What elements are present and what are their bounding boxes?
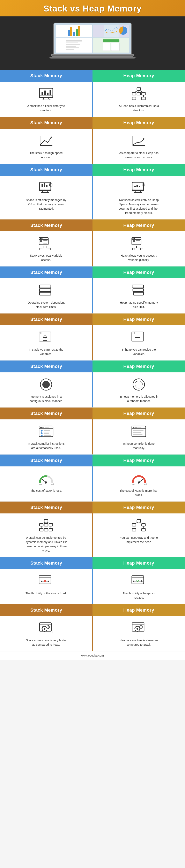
svg-rect-73 bbox=[43, 240, 48, 241]
section-10-header: Stack Memory Heap Memory bbox=[0, 501, 185, 514]
svg-rect-99 bbox=[39, 332, 51, 341]
section-3-content: Space is efficiently managed by OS so th… bbox=[0, 176, 185, 219]
heap-label-11: Heap Memory bbox=[92, 557, 185, 569]
section-6-content: In stack we can't resize the variables. … bbox=[0, 326, 185, 361]
section-12-stack-text: Stack access time is very faster as comp… bbox=[26, 638, 67, 647]
svg-rect-125 bbox=[44, 433, 49, 434]
svg-rect-78 bbox=[48, 248, 50, 250]
svg-rect-60 bbox=[136, 185, 138, 187]
svg-line-41 bbox=[47, 190, 48, 192]
svg-rect-149 bbox=[39, 528, 43, 531]
section-10-heap-text: You can use Array and tree to implement … bbox=[118, 536, 159, 544]
section-1-stack-text: A stack has a linear data type structure… bbox=[26, 104, 67, 113]
circle-outline-icon bbox=[131, 377, 147, 392]
svg-rect-55 bbox=[132, 189, 143, 190]
svg-point-47 bbox=[50, 184, 51, 186]
svg-rect-75 bbox=[43, 243, 47, 244]
svg-rect-11 bbox=[111, 43, 120, 51]
section-8-stack-cell: In stack compiler instructions are autom… bbox=[0, 420, 93, 455]
section-5-heap-text: Heap has no specific memory size limit. bbox=[118, 301, 159, 309]
section-12-stack-cell: Stack access time is very faster as comp… bbox=[0, 616, 93, 651]
svg-line-164 bbox=[139, 522, 143, 524]
svg-point-70 bbox=[40, 238, 41, 239]
svg-rect-120 bbox=[45, 427, 49, 428]
svg-line-207 bbox=[135, 626, 136, 627]
heap-label-10: Heap Memory bbox=[92, 501, 185, 514]
svg-point-210 bbox=[140, 626, 142, 627]
svg-rect-118 bbox=[40, 427, 42, 428]
stack-label-10: Stack Memory bbox=[0, 501, 92, 514]
svg-rect-134 bbox=[133, 434, 142, 435]
section-7-heap-text: In heap memory is allocated in a random … bbox=[118, 395, 159, 403]
svg-point-108 bbox=[134, 332, 135, 333]
page-header: Stack vs Heap Memory bbox=[0, 0, 185, 17]
svg-point-122 bbox=[41, 432, 43, 434]
heap-label-6: Heap Memory bbox=[92, 313, 185, 326]
gear-fast-icon bbox=[38, 621, 54, 636]
svg-line-29 bbox=[139, 90, 143, 92]
svg-rect-20 bbox=[50, 90, 51, 95]
svg-rect-132 bbox=[133, 430, 143, 431]
svg-line-187 bbox=[42, 626, 43, 627]
svg-rect-105 bbox=[132, 332, 144, 341]
svg-line-208 bbox=[139, 630, 139, 631]
network-stack-icon bbox=[38, 518, 54, 533]
arrows-fixed-icon bbox=[38, 574, 54, 588]
svg-text:low: low bbox=[39, 483, 42, 485]
svg-rect-22 bbox=[132, 92, 136, 95]
heap-label-1: Heap Memory bbox=[92, 70, 185, 82]
svg-text:low: low bbox=[132, 483, 135, 485]
stack-label-4: Stack Memory bbox=[0, 219, 92, 231]
section-6-stack-text: In stack we can't resize the variables. bbox=[26, 347, 67, 356]
section-12-content: Stack access time is very faster as comp… bbox=[0, 616, 185, 651]
svg-point-63 bbox=[143, 184, 144, 186]
gauge-high-icon: low high $ bbox=[131, 471, 147, 486]
stack-label-7: Stack Memory bbox=[0, 361, 92, 372]
svg-line-56 bbox=[135, 190, 136, 192]
svg-text:$: $ bbox=[45, 481, 47, 485]
svg-rect-4 bbox=[66, 44, 80, 45]
svg-point-192 bbox=[48, 626, 49, 627]
network-heap-icon bbox=[131, 518, 147, 533]
svg-point-114 bbox=[133, 379, 144, 390]
section-9-header: Stack Memory Heap Memory bbox=[0, 455, 185, 466]
svg-rect-24 bbox=[142, 92, 145, 95]
svg-rect-74 bbox=[43, 242, 47, 242]
svg-rect-126 bbox=[44, 435, 51, 436]
svg-rect-158 bbox=[137, 519, 140, 522]
section-11-header: Stack Memory Heap Memory bbox=[0, 557, 185, 569]
section-10-stack-cell: A stack can be implemented by dynamic me… bbox=[0, 514, 93, 557]
section-11-heap-cell: The flexibility of heap can resized. bbox=[93, 569, 185, 604]
svg-rect-25 bbox=[132, 97, 136, 100]
svg-rect-93 bbox=[39, 285, 51, 288]
section-9-heap-text: The cost of Heap is more than stack. bbox=[118, 489, 159, 497]
section-2-header: Stack Memory Heap Memory bbox=[0, 117, 185, 129]
svg-point-84 bbox=[134, 238, 135, 239]
svg-line-57 bbox=[140, 190, 141, 192]
section-4-header: Stack Memory Heap Memory bbox=[0, 219, 185, 231]
section-7-content: Memory is assigned in a contiguous block… bbox=[0, 372, 185, 407]
svg-rect-6 bbox=[66, 48, 79, 48]
svg-rect-87 bbox=[136, 242, 139, 242]
svg-rect-159 bbox=[132, 524, 136, 526]
svg-marker-178 bbox=[141, 580, 143, 582]
stack-label-6: Stack Memory bbox=[0, 313, 92, 326]
svg-rect-90 bbox=[140, 248, 143, 250]
svg-text:high: high bbox=[51, 483, 54, 485]
svg-line-40 bbox=[42, 190, 43, 192]
monitor-settings-low-icon bbox=[131, 181, 147, 195]
section-2-content: The stack has high-speed Access. As comp… bbox=[0, 129, 185, 164]
section-7-stack-text: Memory is assigned in a contiguous block… bbox=[26, 395, 67, 403]
section-11-heap-text: The flexibility of heap can resized. bbox=[118, 591, 159, 600]
circle-solid-icon bbox=[38, 377, 54, 392]
svg-rect-86 bbox=[136, 240, 140, 241]
svg-rect-72 bbox=[40, 240, 42, 242]
trend-up-slow-icon bbox=[131, 134, 147, 148]
section-12-heap-cell: Heap access time is slower as compared t… bbox=[93, 616, 185, 651]
svg-rect-130 bbox=[135, 427, 137, 428]
svg-rect-96 bbox=[132, 285, 143, 288]
svg-line-27 bbox=[134, 90, 139, 92]
svg-rect-3 bbox=[66, 42, 78, 43]
heap-label-4: Heap Memory bbox=[92, 219, 185, 231]
gear-slow-icon bbox=[131, 621, 147, 636]
